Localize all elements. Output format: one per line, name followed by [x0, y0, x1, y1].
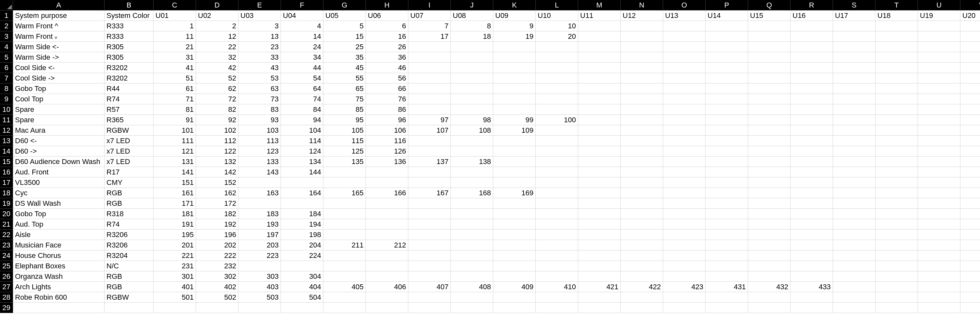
- cell-C12[interactable]: 101: [154, 125, 196, 136]
- cell-N22[interactable]: [620, 230, 663, 240]
- cell-U15[interactable]: [918, 157, 960, 167]
- cell-E4[interactable]: 23: [239, 42, 281, 52]
- cell-E14[interactable]: 123: [239, 146, 281, 157]
- cell-B1[interactable]: System Color: [105, 10, 154, 21]
- cell-U12[interactable]: [918, 125, 960, 136]
- cell-O15[interactable]: [663, 157, 706, 167]
- cell-K3[interactable]: 19: [493, 31, 536, 42]
- column-header-M[interactable]: M: [578, 0, 620, 10]
- cell-D16[interactable]: 142: [196, 167, 239, 177]
- cell-H11[interactable]: 96: [366, 115, 408, 125]
- cell-F21[interactable]: 194: [281, 219, 323, 230]
- row-header-4[interactable]: 4: [0, 42, 13, 52]
- row-header-6[interactable]: 6: [0, 63, 13, 73]
- cell-Q9[interactable]: [748, 94, 791, 104]
- row-header-27[interactable]: 27: [0, 282, 13, 292]
- cell-F18[interactable]: 164: [281, 188, 323, 198]
- cell-V11[interactable]: [960, 115, 980, 125]
- cell-L20[interactable]: [536, 209, 578, 219]
- cell-G26[interactable]: [323, 271, 366, 282]
- cell-R27[interactable]: 433: [791, 282, 833, 292]
- cell-L13[interactable]: [536, 136, 578, 146]
- cell-P29[interactable]: [706, 302, 748, 313]
- cell-J10[interactable]: [451, 104, 493, 115]
- cell-P1[interactable]: U14: [706, 10, 748, 21]
- cell-R7[interactable]: [791, 73, 833, 84]
- cell-A21[interactable]: Aud. Top: [13, 219, 105, 230]
- row-header-13[interactable]: 13: [0, 136, 13, 146]
- cell-Q29[interactable]: [748, 302, 791, 313]
- cell-Q27[interactable]: 432: [748, 282, 791, 292]
- cell-K21[interactable]: [493, 219, 536, 230]
- cell-A22[interactable]: Aisle: [13, 230, 105, 240]
- column-header-D[interactable]: D: [196, 0, 239, 10]
- cell-B29[interactable]: [105, 302, 154, 313]
- cell-A12[interactable]: Mac Aura: [13, 125, 105, 136]
- cell-U26[interactable]: [918, 271, 960, 282]
- cell-P17[interactable]: [706, 177, 748, 188]
- cell-N25[interactable]: [620, 261, 663, 271]
- cell-Q21[interactable]: [748, 219, 791, 230]
- cell-K6[interactable]: [493, 63, 536, 73]
- cell-H22[interactable]: [366, 230, 408, 240]
- cell-S16[interactable]: [833, 167, 875, 177]
- cell-T22[interactable]: [875, 230, 918, 240]
- cell-F7[interactable]: 54: [281, 73, 323, 84]
- cell-M7[interactable]: [578, 73, 620, 84]
- cell-N16[interactable]: [620, 167, 663, 177]
- cell-L7[interactable]: [536, 73, 578, 84]
- cell-Q16[interactable]: [748, 167, 791, 177]
- cell-U24[interactable]: [918, 250, 960, 261]
- cell-U29[interactable]: [918, 302, 960, 313]
- cell-D5[interactable]: 32: [196, 52, 239, 63]
- cell-I6[interactable]: [408, 63, 451, 73]
- cell-Q23[interactable]: [748, 240, 791, 250]
- cell-U4[interactable]: [918, 42, 960, 52]
- cell-H16[interactable]: [366, 167, 408, 177]
- cell-L4[interactable]: [536, 42, 578, 52]
- cell-D25[interactable]: 232: [196, 261, 239, 271]
- cell-U5[interactable]: [918, 52, 960, 63]
- cell-B26[interactable]: RGB: [105, 271, 154, 282]
- cell-O2[interactable]: [663, 21, 706, 31]
- cell-V25[interactable]: [960, 261, 980, 271]
- column-header-J[interactable]: J: [451, 0, 493, 10]
- cell-S21[interactable]: [833, 219, 875, 230]
- cell-M18[interactable]: [578, 188, 620, 198]
- cell-S22[interactable]: [833, 230, 875, 240]
- cell-V6[interactable]: [960, 63, 980, 73]
- row-header-12[interactable]: 12: [0, 125, 13, 136]
- cell-K9[interactable]: [493, 94, 536, 104]
- cell-L16[interactable]: [536, 167, 578, 177]
- cell-G4[interactable]: 25: [323, 42, 366, 52]
- cell-S17[interactable]: [833, 177, 875, 188]
- cell-K7[interactable]: [493, 73, 536, 84]
- cell-B17[interactable]: CMY: [105, 177, 154, 188]
- column-header-C[interactable]: C: [154, 0, 196, 10]
- row-header-20[interactable]: 20: [0, 209, 13, 219]
- cell-F29[interactable]: [281, 302, 323, 313]
- cell-S18[interactable]: [833, 188, 875, 198]
- cell-S19[interactable]: [833, 198, 875, 209]
- cell-E3[interactable]: 13: [239, 31, 281, 42]
- cell-J16[interactable]: [451, 167, 493, 177]
- cell-U7[interactable]: [918, 73, 960, 84]
- cell-F12[interactable]: 104: [281, 125, 323, 136]
- cell-C14[interactable]: 121: [154, 146, 196, 157]
- cell-C19[interactable]: 171: [154, 198, 196, 209]
- cell-P25[interactable]: [706, 261, 748, 271]
- cell-O12[interactable]: [663, 125, 706, 136]
- cell-H23[interactable]: 212: [366, 240, 408, 250]
- cell-A1[interactable]: System purpose: [13, 10, 105, 21]
- cell-G11[interactable]: 95: [323, 115, 366, 125]
- cell-E20[interactable]: 183: [239, 209, 281, 219]
- cell-E2[interactable]: 3: [239, 21, 281, 31]
- cell-M8[interactable]: [578, 84, 620, 94]
- cell-D21[interactable]: 192: [196, 219, 239, 230]
- cell-L25[interactable]: [536, 261, 578, 271]
- cell-C4[interactable]: 21: [154, 42, 196, 52]
- cell-T7[interactable]: [875, 73, 918, 84]
- cell-F15[interactable]: 134: [281, 157, 323, 167]
- cell-B18[interactable]: RGB: [105, 188, 154, 198]
- cell-P24[interactable]: [706, 250, 748, 261]
